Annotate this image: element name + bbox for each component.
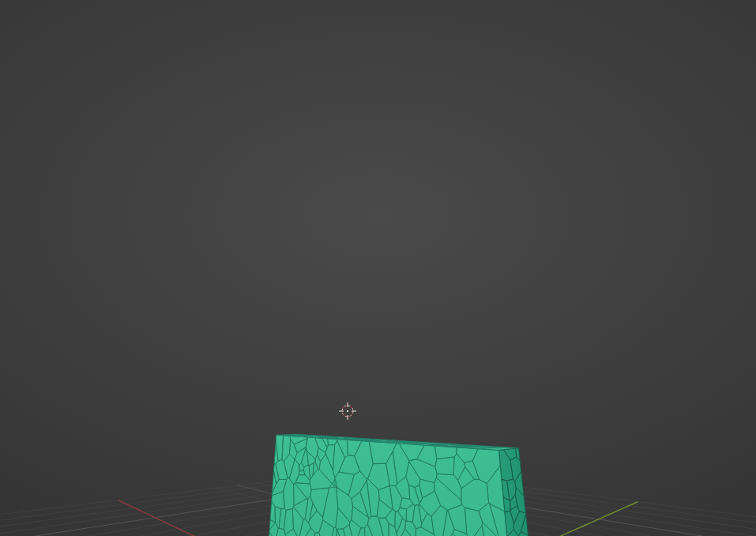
viewport-3d[interactable]	[0, 0, 756, 536]
mesh-object[interactable]	[0, 0, 756, 536]
svg-marker-278	[370, 440, 378, 441]
